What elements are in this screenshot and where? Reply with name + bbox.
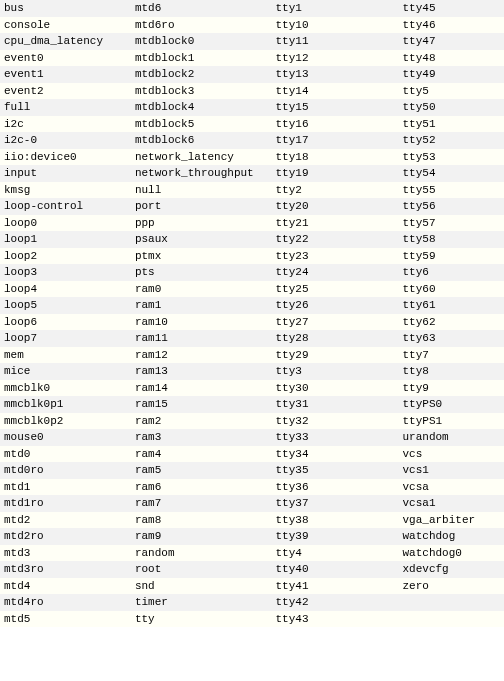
file-entry: tty1 [272, 0, 399, 17]
file-entry: loop7 [0, 330, 131, 347]
file-entry: tty19 [272, 165, 399, 182]
file-entry: tty29 [272, 347, 399, 364]
file-entry: xdevcfg [398, 561, 504, 578]
file-entry: mtd5 [0, 611, 131, 628]
file-entry: tty17 [272, 132, 399, 149]
listing-row: mtd3roroottty40xdevcfg [0, 561, 504, 578]
file-entry: tty42 [272, 594, 399, 611]
file-entry: mtd4ro [0, 594, 131, 611]
listing-row: fullmtdblock4tty15tty50 [0, 99, 504, 116]
file-entry: tty48 [398, 50, 504, 67]
file-entry: mmcblk0 [0, 380, 131, 397]
file-entry: mtd0 [0, 446, 131, 463]
file-entry: tty16 [272, 116, 399, 133]
file-entry: tty50 [398, 99, 504, 116]
file-entry: cpu_dma_latency [0, 33, 131, 50]
file-entry: full [0, 99, 131, 116]
file-entry: ram7 [131, 495, 272, 512]
file-entry: tty41 [272, 578, 399, 595]
file-entry: tty38 [272, 512, 399, 529]
listing-row: inputnetwork_throughputtty19tty54 [0, 165, 504, 182]
file-entry: watchdog0 [398, 545, 504, 562]
file-entry: urandom [398, 429, 504, 446]
file-entry: port [131, 198, 272, 215]
file-entry: mtd4 [0, 578, 131, 595]
file-entry: mtd1 [0, 479, 131, 496]
file-entry: root [131, 561, 272, 578]
listing-row: event0mtdblock1tty12tty48 [0, 50, 504, 67]
file-entry: null [131, 182, 272, 199]
file-entry: tty14 [272, 83, 399, 100]
listing-row: kmsgnulltty2tty55 [0, 182, 504, 199]
file-entry: tty54 [398, 165, 504, 182]
file-entry: mem [0, 347, 131, 364]
file-entry: loop1 [0, 231, 131, 248]
file-entry: tty47 [398, 33, 504, 50]
file-entry: tty2 [272, 182, 399, 199]
listing-row: loop4ram0tty25tty60 [0, 281, 504, 298]
file-entry: tty56 [398, 198, 504, 215]
listing-row: event1mtdblock2tty13tty49 [0, 66, 504, 83]
file-entry: vcsa [398, 479, 504, 496]
listing-row: loop-controlporttty20tty56 [0, 198, 504, 215]
listing-row: busmtd6tty1tty45 [0, 0, 504, 17]
file-entry: iio:device0 [0, 149, 131, 166]
file-entry: mtdblock3 [131, 83, 272, 100]
file-entry: tty26 [272, 297, 399, 314]
file-entry: vga_arbiter [398, 512, 504, 529]
file-entry: loop2 [0, 248, 131, 265]
file-entry: mtd3ro [0, 561, 131, 578]
file-entry: mtd1ro [0, 495, 131, 512]
file-entry: bus [0, 0, 131, 17]
file-entry: tty57 [398, 215, 504, 232]
file-entry: ram15 [131, 396, 272, 413]
file-entry: tty53 [398, 149, 504, 166]
listing-row: mtd1ram6tty36vcsa [0, 479, 504, 496]
file-entry: vcsa1 [398, 495, 504, 512]
file-entry [398, 594, 504, 611]
file-entry: ram5 [131, 462, 272, 479]
file-entry: vcs1 [398, 462, 504, 479]
file-entry: ptmx [131, 248, 272, 265]
file-entry: tty18 [272, 149, 399, 166]
file-entry: tty36 [272, 479, 399, 496]
file-entry: ram6 [131, 479, 272, 496]
listing-row: mtd3randomtty4watchdog0 [0, 545, 504, 562]
file-entry: loop3 [0, 264, 131, 281]
file-entry: tty45 [398, 0, 504, 17]
file-entry: tty13 [272, 66, 399, 83]
file-entry: i2c [0, 116, 131, 133]
listing-row: mtd2ram8tty38vga_arbiter [0, 512, 504, 529]
file-entry: tty62 [398, 314, 504, 331]
file-entry: tty4 [272, 545, 399, 562]
listing-row: miceram13tty3tty8 [0, 363, 504, 380]
file-entry: loop0 [0, 215, 131, 232]
listing-row: mtd5ttytty43 [0, 611, 504, 628]
file-entry: tty24 [272, 264, 399, 281]
file-entry: tty39 [272, 528, 399, 545]
file-entry: ram3 [131, 429, 272, 446]
file-entry: tty34 [272, 446, 399, 463]
file-listing: busmtd6tty1tty45consolemtd6rotty10tty46c… [0, 0, 504, 627]
file-entry: mtd3 [0, 545, 131, 562]
file-entry: pts [131, 264, 272, 281]
file-entry: tty55 [398, 182, 504, 199]
file-entry: mtd2 [0, 512, 131, 529]
file-entry: ttyPS0 [398, 396, 504, 413]
file-entry: tty46 [398, 17, 504, 34]
file-entry: mtd6 [131, 0, 272, 17]
file-entry: tty31 [272, 396, 399, 413]
file-entry: tty37 [272, 495, 399, 512]
file-entry: ttyPS1 [398, 413, 504, 430]
file-entry: tty20 [272, 198, 399, 215]
listing-row: loop3ptstty24tty6 [0, 264, 504, 281]
file-entry: snd [131, 578, 272, 595]
file-entry: tty9 [398, 380, 504, 397]
file-entry: tty10 [272, 17, 399, 34]
listing-row: mtd1roram7tty37vcsa1 [0, 495, 504, 512]
file-entry: mtd0ro [0, 462, 131, 479]
file-entry: tty27 [272, 314, 399, 331]
file-entry: tty52 [398, 132, 504, 149]
file-entry: ram0 [131, 281, 272, 298]
file-entry: random [131, 545, 272, 562]
